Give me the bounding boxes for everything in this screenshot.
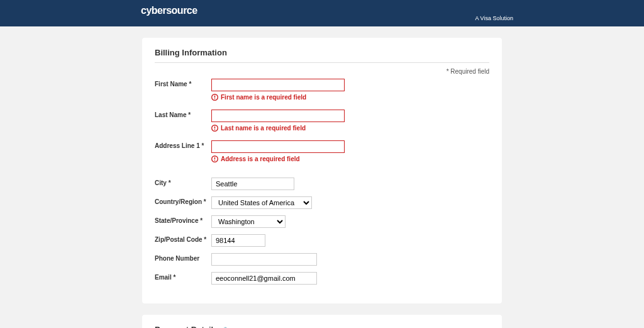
payment-card: Payment Details 🔒 Card Type * VISA Visa	[142, 315, 502, 328]
city-input[interactable]	[211, 178, 294, 190]
first-name-input[interactable]	[211, 79, 345, 91]
zip-label: Zip/Postal Code *	[155, 234, 211, 244]
brand-logo: cybersource A Visa Solution	[141, 5, 514, 21]
billing-heading: Billing Information	[155, 48, 489, 63]
first-name-error: First name is a required field	[211, 94, 489, 101]
state-label: State/Province *	[155, 215, 211, 225]
email-input[interactable]	[211, 272, 317, 285]
payment-heading: Payment Details 🔒	[155, 325, 489, 328]
last-name-label: Last Name *	[155, 110, 211, 119]
country-label: Country/Region *	[155, 196, 211, 206]
address1-input[interactable]	[211, 140, 345, 153]
country-select[interactable]: United States of America	[211, 196, 312, 209]
email-label: Email *	[155, 272, 211, 281]
phone-label: Phone Number	[155, 253, 211, 263]
phone-input[interactable]	[211, 253, 317, 266]
error-icon	[211, 125, 218, 132]
required-note: * Required field	[155, 68, 489, 75]
svg-rect-1	[214, 96, 215, 98]
header-bar: cybersource A Visa Solution	[0, 0, 644, 26]
svg-rect-8	[214, 160, 215, 161]
address1-label: Address Line 1 *	[155, 140, 211, 150]
svg-rect-5	[214, 129, 215, 130]
svg-rect-7	[214, 157, 215, 159]
first-name-label: First Name *	[155, 79, 211, 88]
last-name-error: Last name is a required field	[211, 125, 489, 132]
zip-input[interactable]	[211, 234, 265, 247]
svg-rect-4	[214, 127, 215, 128]
address1-error: Address is a required field	[211, 156, 489, 162]
error-icon	[211, 94, 218, 101]
city-label: City *	[155, 178, 211, 187]
last-name-input[interactable]	[211, 110, 345, 122]
state-select[interactable]: Washington	[211, 215, 286, 228]
billing-card: Billing Information * Required field Fir…	[142, 38, 502, 303]
error-icon	[211, 156, 218, 162]
svg-rect-2	[214, 98, 215, 99]
